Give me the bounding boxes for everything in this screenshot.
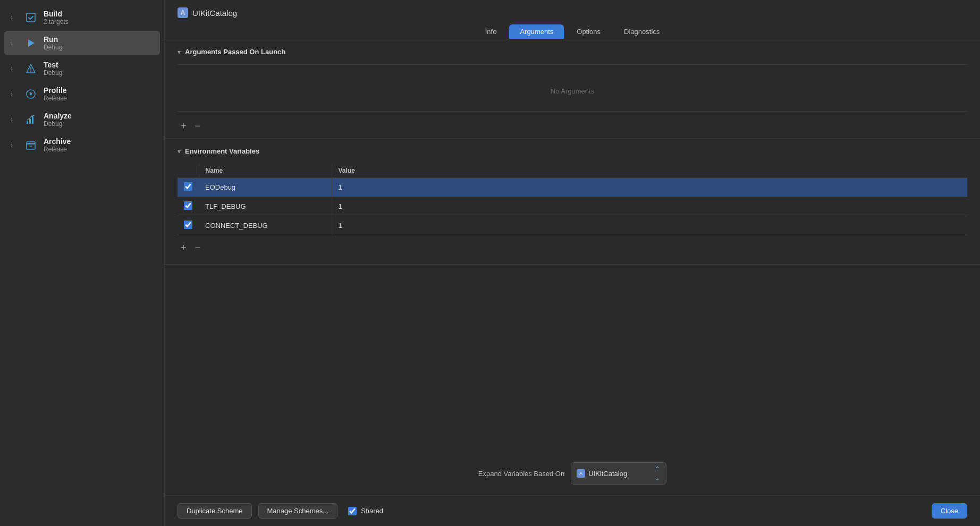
section-divider [178,64,967,65]
env-row-name: TLF_DEBUG [199,197,332,216]
tab-arguments[interactable]: Arguments [509,24,564,39]
profile-icon [23,87,38,101]
build-icon [23,10,38,25]
svg-point-4 [30,71,31,72]
tab-diagnostics[interactable]: Diagnostics [613,24,670,39]
section-chevron-icon: ▾ [178,48,181,56]
env-row-name: EODebug [199,178,332,197]
env-row-checkbox-cell [178,197,199,216]
table-row: EODebug 1 [178,178,967,197]
section-divider-bottom [178,111,967,112]
svg-rect-0 [27,13,35,22]
table-row: TLF_DEBUG 1 [178,197,967,216]
chevron-right-icon: › [11,39,18,47]
sidebar-item-archive-subtitle: Release [44,146,71,153]
remove-argument-button[interactable]: − [192,120,204,132]
arguments-add-remove-row: + − [178,118,967,134]
expand-dropdown-content: A UIKitCatalog [577,469,627,478]
sidebar-item-run-subtitle: Debug [44,44,62,51]
svg-rect-8 [29,118,31,124]
sidebar-item-analyze-name: Analyze [44,112,72,120]
archive-icon [23,138,38,152]
env-table: Name Value EODebug 1 [178,164,967,235]
shared-label: Shared [348,507,383,515]
env-table-checkbox-col [178,164,199,178]
arguments-section: ▾ Arguments Passed On Launch No Argument… [165,39,980,139]
sidebar-item-test-name: Test [44,61,62,69]
env-row-value: 1 [332,197,967,216]
duplicate-scheme-button[interactable]: Duplicate Scheme [178,503,252,519]
env-row-checkbox[interactable] [184,220,192,229]
shared-label-text: Shared [361,507,383,515]
expand-variables-dropdown[interactable]: A UIKitCatalog ⌃⌄ [571,462,666,485]
env-section-chevron-icon: ▾ [178,148,181,155]
svg-rect-11 [27,142,35,144]
env-variables-section: ▾ Environment Variables Name Value [165,139,980,265]
sidebar-item-build-name: Build [44,10,69,18]
svg-rect-9 [32,116,33,124]
arguments-section-title: Arguments Passed On Launch [185,48,285,56]
expand-dropdown-app-icon: A [577,469,585,478]
sidebar-item-run[interactable]: › Run Debug [4,31,160,55]
shared-checkbox[interactable] [348,507,357,515]
sidebar-item-profile[interactable]: › Profile Release [4,82,160,106]
sidebar-item-analyze[interactable]: › Analyze Debug [4,107,160,132]
close-button[interactable]: Close [932,503,967,519]
sidebar-item-profile-text: Profile Release [44,86,67,102]
spacer [165,265,980,452]
env-row-checkbox[interactable] [184,201,192,210]
env-row-name: CONNECT_DEBUG [199,216,332,235]
dropdown-arrow-icon: ⌃⌄ [654,465,661,482]
sidebar-item-run-text: Run Debug [44,35,62,51]
env-row-value: 1 [332,178,967,197]
chevron-right-icon: › [11,90,18,98]
sidebar: › Build 2 targets › Run Debug › [0,0,165,526]
table-row: CONNECT_DEBUG 1 [178,216,967,235]
tab-info[interactable]: Info [475,24,508,39]
expand-variables-row: Expand Variables Based On A UIKitCatalog… [165,452,980,495]
env-section-title: Environment Variables [185,147,259,155]
sidebar-item-archive[interactable]: › Archive Release [4,133,160,157]
manage-schemes-button[interactable]: Manage Schemes... [258,503,338,519]
env-table-value-col: Value [332,164,967,178]
chevron-right-icon: › [11,14,18,21]
sidebar-item-analyze-subtitle: Debug [44,120,72,128]
chevron-right-icon: › [11,116,18,123]
sidebar-item-build[interactable]: › Build 2 targets [4,5,160,30]
sidebar-item-run-name: Run [44,35,62,44]
add-env-button[interactable]: + [178,242,190,253]
test-icon [23,61,38,76]
tab-options[interactable]: Options [566,24,611,39]
run-icon [23,36,38,50]
env-section-header[interactable]: ▾ Environment Variables [178,147,967,155]
chevron-right-icon: › [11,141,18,149]
sidebar-item-test[interactable]: › Test Debug [4,56,160,81]
env-row-checkbox-cell [178,178,199,197]
sidebar-item-archive-name: Archive [44,137,71,146]
remove-env-button[interactable]: − [192,242,204,253]
tab-bar: Info Arguments Options Diagnostics [178,24,967,39]
sidebar-item-analyze-text: Analyze Debug [44,112,72,128]
svg-marker-1 [28,39,35,47]
sidebar-item-build-text: Build 2 targets [44,10,69,26]
no-arguments-text: No Arguments [178,71,967,111]
env-row-checkbox[interactable] [184,182,192,191]
sidebar-item-archive-text: Archive Release [44,137,71,153]
add-argument-button[interactable]: + [178,120,190,132]
sidebar-item-profile-subtitle: Release [44,95,67,102]
header-title-row: A UIKitCatalog [178,7,967,18]
env-row-value: 1 [332,216,967,235]
footer: Duplicate Scheme Manage Schemes... Share… [165,495,980,526]
sidebar-item-build-subtitle: 2 targets [44,18,69,26]
expand-dropdown-text: UIKitCatalog [588,470,627,478]
sidebar-item-profile-name: Profile [44,86,67,95]
env-table-name-col: Name [199,164,332,178]
arguments-section-header[interactable]: ▾ Arguments Passed On Launch [178,48,967,56]
tab-content: ▾ Arguments Passed On Launch No Argument… [165,39,980,495]
sidebar-item-test-text: Test Debug [44,61,62,77]
env-add-remove-row: + − [178,240,967,256]
analyze-icon [23,112,38,127]
scheme-header: A UIKitCatalog Info Arguments Options Di… [165,0,980,39]
chevron-right-icon: › [11,65,18,72]
expand-variables-label: Expand Variables Based On [478,470,564,478]
